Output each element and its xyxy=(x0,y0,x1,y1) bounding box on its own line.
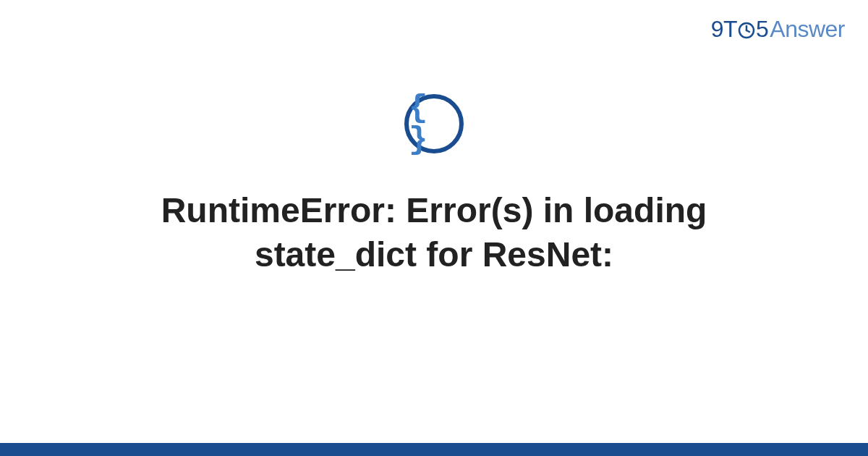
clock-icon xyxy=(738,22,755,39)
code-braces-icon: { } xyxy=(404,94,464,153)
main-content: { } RuntimeError: Error(s) in loading st… xyxy=(0,94,868,277)
page-title: RuntimeError: Error(s) in loading state_… xyxy=(72,188,796,277)
logo-nine: 9 xyxy=(711,16,723,43)
svg-line-2 xyxy=(746,30,749,32)
logo-t: T xyxy=(723,16,737,43)
braces-glyph: { } xyxy=(409,92,459,156)
footer-bar xyxy=(0,443,868,456)
site-logo: 9 T 5 Answer xyxy=(711,16,845,43)
logo-answer: Answer xyxy=(770,16,845,43)
logo-five: 5 xyxy=(756,16,768,43)
